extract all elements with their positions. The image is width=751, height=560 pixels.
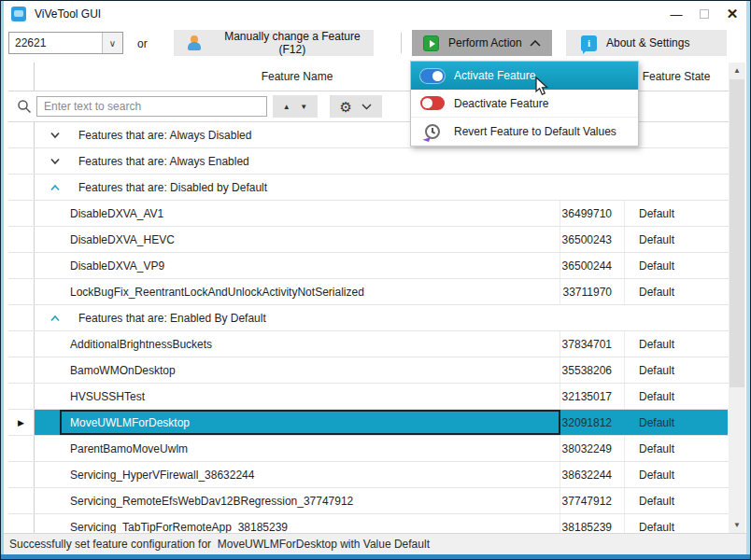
- feature-id-cell[interactable]: 38632244: [560, 462, 625, 487]
- chevron-down-icon[interactable]: [42, 158, 68, 165]
- feature-state-cell[interactable]: Default: [625, 279, 728, 304]
- indent-cell: [35, 410, 60, 435]
- feature-name-cell[interactable]: DisableDXVA_AV1: [60, 201, 560, 226]
- chevron-up-icon[interactable]: [42, 315, 68, 322]
- close-button[interactable]: ✕: [718, 1, 746, 27]
- search-options-button[interactable]: ⚙: [330, 95, 382, 118]
- row-indicator-cell: [8, 201, 35, 226]
- feature-state-cell[interactable]: Default: [625, 462, 728, 487]
- gear-icon[interactable]: ⚙: [340, 100, 352, 114]
- feature-state-column-header[interactable]: Feature State: [625, 63, 728, 91]
- indent-cell: [35, 462, 60, 487]
- feature-row[interactable]: HVSUSSHTest32135017Default: [8, 384, 729, 410]
- maximize-button[interactable]: [690, 1, 718, 27]
- chevron-up-icon[interactable]: [42, 184, 68, 191]
- feature-state-cell[interactable]: Default: [625, 331, 728, 357]
- app-icon: [11, 7, 26, 21]
- feature-id-cell[interactable]: 38185239: [560, 514, 625, 533]
- toolbar: 22621 ∨ or Manually change a Feature (F1…: [4, 27, 746, 61]
- feature-row[interactable]: AdditionalBrightnessBuckets37834701Defau…: [8, 331, 729, 357]
- feature-row[interactable]: Servicing_TabTipForRemoteApp_38185239381…: [8, 514, 729, 533]
- feature-id-cell[interactable]: 32135017: [560, 384, 625, 409]
- feature-id-cell[interactable]: 33711970: [560, 279, 625, 304]
- feature-row[interactable]: LockBugFix_ReentrantLockAndUnlockActivit…: [8, 279, 729, 305]
- group-row[interactable]: Features that are: Enabled By Default: [8, 305, 729, 331]
- group-cell[interactable]: Features that are: Disabled by Default: [35, 175, 729, 200]
- feature-id-cell[interactable]: 35538206: [560, 357, 625, 383]
- status-bar: Successfully set feature configuration f…: [4, 533, 746, 554]
- scrollbar-thumb[interactable]: [730, 79, 744, 387]
- search-previous-icon[interactable]: ▲: [283, 103, 290, 111]
- vertical-scrollbar[interactable]: ▲ ▼: [729, 63, 745, 533]
- feature-id-cell[interactable]: 37834701: [560, 331, 625, 357]
- row-indicator-cell: [8, 279, 35, 304]
- feature-row[interactable]: BamoWMOnDesktop35538206Default: [8, 357, 729, 384]
- search-navigation-buttons[interactable]: ▲ ▼: [273, 95, 318, 118]
- chevron-down-icon[interactable]: [42, 132, 68, 139]
- feature-row[interactable]: DisableDXVA_HEVC36500243Default: [8, 227, 729, 253]
- status-message: Successfully set feature configuration f…: [4, 538, 430, 551]
- menu-item[interactable]: Revert Feature to Default Values: [411, 118, 638, 146]
- feature-state-cell[interactable]: Default: [625, 488, 728, 513]
- minimize-button[interactable]: —: [662, 1, 690, 27]
- group-cell[interactable]: Features that are: Always Enabled: [35, 148, 729, 174]
- feature-state-cell[interactable]: Default: [625, 410, 728, 435]
- manually-change-feature-button[interactable]: Manually change a Feature (F12): [174, 30, 374, 56]
- feature-state-cell[interactable]: Default: [625, 201, 728, 226]
- feature-state-cell[interactable]: Default: [625, 384, 728, 409]
- feature-name-cell[interactable]: LockBugFix_ReentrantLockAndUnlockActivit…: [60, 279, 560, 304]
- scroll-up-button[interactable]: ▲: [729, 63, 745, 78]
- feature-row[interactable]: ParentBamoMoveUwlm38032249Default: [8, 436, 729, 462]
- build-combobox-value: 22621: [9, 33, 102, 53]
- group-row[interactable]: Features that are: Always Enabled: [8, 148, 729, 175]
- feature-name-cell[interactable]: AdditionalBrightnessBuckets: [60, 331, 560, 357]
- feature-name-cell[interactable]: ParentBamoMoveUwlm: [60, 436, 560, 461]
- row-indicator-cell: [8, 436, 35, 461]
- about-settings-label: About & Settings: [606, 36, 689, 49]
- feature-row[interactable]: DisableDXVA_VP936500244Default: [8, 253, 729, 279]
- row-indicator-cell: [8, 384, 35, 409]
- feature-name-cell[interactable]: Servicing_TabTipForRemoteApp_38185239: [60, 514, 560, 533]
- feature-name-cell[interactable]: MoveUWLMForDesktop: [60, 410, 560, 435]
- feature-row[interactable]: DisableDXVA_AV136499710Default: [8, 201, 729, 227]
- feature-name-cell[interactable]: DisableDXVA_VP9: [60, 253, 560, 278]
- feature-state-cell[interactable]: Default: [625, 227, 728, 252]
- indent-cell: [35, 253, 60, 278]
- feature-state-cell[interactable]: Default: [625, 514, 728, 533]
- perform-action-button[interactable]: Perform Action: [412, 30, 552, 56]
- feature-row[interactable]: ▶MoveUWLMForDesktop32091812Default: [8, 410, 729, 436]
- feature-id-cell[interactable]: 32091812: [560, 410, 625, 435]
- menu-item[interactable]: Activate Feature: [411, 62, 638, 90]
- feature-id-cell[interactable]: 37747912: [560, 488, 625, 513]
- combobox-dropdown-button[interactable]: ∨: [102, 33, 122, 53]
- feature-id-cell[interactable]: 36500243: [560, 227, 625, 252]
- feature-name-cell[interactable]: Servicing_HyperVFirewall_38632244: [60, 462, 560, 487]
- feature-state-cell[interactable]: Default: [625, 253, 728, 278]
- feature-id-cell[interactable]: 36499710: [560, 201, 625, 226]
- group-row[interactable]: Features that are: Disabled by Default: [8, 175, 729, 201]
- person-icon: [187, 35, 202, 50]
- menu-item[interactable]: Deactivate Feature: [411, 90, 638, 118]
- chevron-down-icon[interactable]: [361, 104, 372, 110]
- feature-name-cell[interactable]: DisableDXVA_HEVC: [60, 227, 560, 252]
- feature-name-cell[interactable]: HVSUSSHTest: [60, 384, 560, 409]
- row-indicator-cell: [8, 148, 35, 174]
- scroll-down-button[interactable]: ▼: [729, 517, 745, 533]
- feature-name-cell[interactable]: Servicing_RemoteEfsWebDav12BRegression_3…: [60, 488, 560, 513]
- feature-name-cell[interactable]: BamoWMOnDesktop: [60, 357, 560, 383]
- revert-clock-icon: [411, 124, 454, 139]
- build-combobox[interactable]: 22621 ∨: [8, 32, 123, 54]
- row-indicator-cell: [8, 175, 35, 200]
- search-input[interactable]: [36, 96, 267, 117]
- feature-id-cell[interactable]: 36500244: [560, 253, 625, 278]
- search-next-icon[interactable]: ▼: [300, 103, 307, 111]
- or-label: or: [137, 37, 148, 50]
- feature-state-cell[interactable]: Default: [625, 357, 728, 383]
- feature-id-cell[interactable]: 38032249: [560, 436, 625, 461]
- about-settings-button[interactable]: i About & Settings: [566, 30, 727, 56]
- feature-row[interactable]: Servicing_HyperVFirewall_386322443863224…: [8, 462, 729, 488]
- feature-state-cell[interactable]: Default: [625, 436, 728, 461]
- feature-row[interactable]: Servicing_RemoteEfsWebDav12BRegression_3…: [8, 488, 729, 514]
- group-cell[interactable]: Features that are: Enabled By Default: [35, 305, 729, 330]
- group-label: Features that are: Always Enabled: [78, 155, 249, 168]
